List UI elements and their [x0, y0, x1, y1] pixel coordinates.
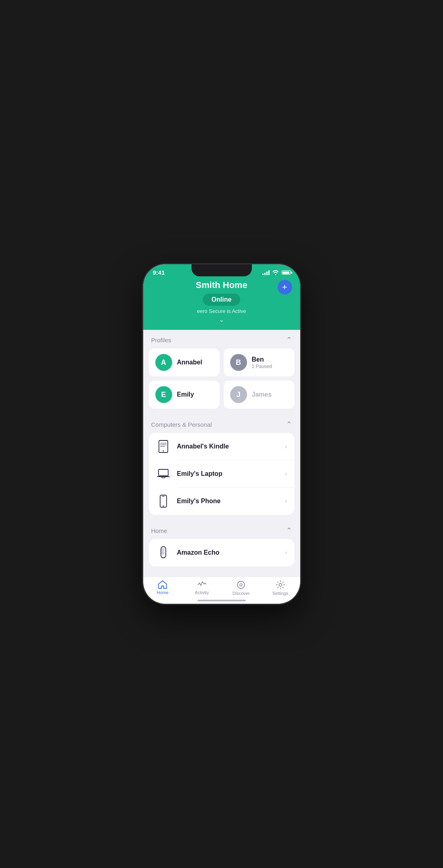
settings-nav-icon [276, 580, 285, 590]
profile-ben[interactable]: B Ben 1 Paused [224, 348, 295, 376]
wifi-icon [272, 270, 279, 275]
profiles-section: Profiles ⌃ A Annabel B Ben 1 Pau [143, 330, 300, 414]
computers-collapse-icon[interactable]: ⌃ [286, 420, 292, 429]
home-section-header: Home ⌃ [143, 520, 300, 539]
device-amazon-echo[interactable]: Amazon Echo › [149, 539, 295, 566]
activity-nav-icon [197, 580, 207, 589]
profile-status-ben: 1 Paused [252, 364, 272, 369]
nav-home[interactable]: Home [143, 580, 183, 596]
svg-point-16 [163, 552, 164, 553]
profile-james[interactable]: J James [224, 381, 295, 409]
avatar-annabel: A [155, 354, 172, 371]
svg-point-15 [163, 550, 164, 551]
device-name-phone: Emily's Phone [177, 498, 279, 505]
secure-text: eero Secure is Active [197, 308, 246, 314]
chevron-down-icon[interactable]: ⌄ [219, 316, 224, 323]
avatar-james: J [230, 386, 247, 403]
avatar-emily: E [155, 386, 172, 403]
content-scroll: Profiles ⌃ A Annabel B Ben 1 Pau [143, 330, 300, 576]
profile-name-james: James [252, 391, 272, 398]
echo-icon [156, 545, 171, 560]
svg-point-10 [162, 549, 163, 549]
computers-section: Computers & Personal ⌃ [143, 414, 300, 515]
profiles-collapse-icon[interactable]: ⌃ [286, 335, 292, 344]
phone-frame: 9:41 [143, 264, 300, 604]
status-time: 9:41 [153, 269, 165, 276]
battery-icon [282, 270, 291, 275]
device-name-echo: Amazon Echo [177, 549, 279, 556]
computers-header: Computers & Personal ⌃ [143, 414, 300, 433]
device-annabels-kindle[interactable]: Annabel's Kindle › [149, 433, 295, 460]
svg-point-14 [163, 549, 164, 549]
avatar-ben: B [230, 354, 247, 371]
add-button[interactable]: + [278, 280, 292, 294]
profile-annabel[interactable]: A Annabel [149, 348, 220, 376]
status-bar: 9:41 [143, 264, 300, 278]
nav-home-label: Home [157, 590, 169, 595]
svg-point-18 [237, 581, 245, 588]
signal-icon [262, 270, 270, 275]
kindle-icon [156, 439, 171, 454]
svg-rect-5 [159, 469, 168, 476]
nav-settings[interactable]: Settings [261, 580, 300, 596]
nav-activity-label: Activity [195, 590, 209, 595]
device-name-laptop: Emily's Laptop [177, 470, 279, 477]
laptop-icon [156, 467, 171, 481]
phone-device-icon [156, 494, 171, 508]
nav-settings-label: Settings [272, 591, 288, 596]
device-emilys-laptop[interactable]: Emily's Laptop › [149, 460, 295, 487]
svg-point-20 [279, 584, 282, 586]
svg-point-4 [163, 450, 164, 452]
svg-point-19 [240, 584, 242, 586]
svg-point-11 [162, 550, 163, 551]
chevron-echo: › [285, 549, 287, 556]
online-status: Online [212, 296, 232, 303]
nav-discover-label: Discover [233, 591, 250, 596]
home-nav-icon [158, 580, 167, 589]
computers-title: Computers & Personal [151, 421, 212, 428]
home-indicator [198, 600, 246, 601]
home-section-title: Home [151, 527, 167, 534]
chevron-kindle: › [285, 443, 287, 450]
chevron-laptop: › [285, 470, 287, 477]
svg-point-17 [163, 553, 164, 554]
nav-discover[interactable]: Discover [222, 580, 261, 596]
svg-point-13 [162, 553, 163, 554]
home-devices-card: Amazon Echo › [149, 539, 295, 566]
status-icons [262, 270, 291, 275]
profiles-title: Profiles [151, 337, 171, 343]
profile-emily[interactable]: E Emily [149, 381, 220, 409]
device-name-kindle: Annabel's Kindle [177, 443, 279, 450]
header-title: Smith Home [196, 280, 247, 290]
profile-name-emily: Emily [177, 391, 194, 398]
home-collapse-icon[interactable]: ⌃ [286, 526, 292, 535]
header: Smith Home + Online eero Secure is Activ… [143, 278, 300, 330]
profile-name-annabel: Annabel [177, 359, 202, 366]
svg-point-8 [163, 506, 164, 507]
svg-point-12 [162, 552, 163, 553]
screen: 9:41 [143, 264, 300, 604]
status-pill: Online [203, 294, 241, 306]
profiles-grid: A Annabel B Ben 1 Paused E [143, 348, 300, 414]
device-emilys-phone[interactable]: Emily's Phone › [149, 487, 295, 515]
chevron-phone: › [285, 498, 287, 505]
profiles-header: Profiles ⌃ [143, 330, 300, 348]
profile-name-ben: Ben [252, 356, 272, 363]
discover-nav-icon [236, 580, 246, 590]
home-section: Home ⌃ [143, 520, 300, 566]
computers-devices-card: Annabel's Kindle › Emily's Laptop [149, 433, 295, 515]
nav-activity[interactable]: Activity [182, 580, 222, 596]
